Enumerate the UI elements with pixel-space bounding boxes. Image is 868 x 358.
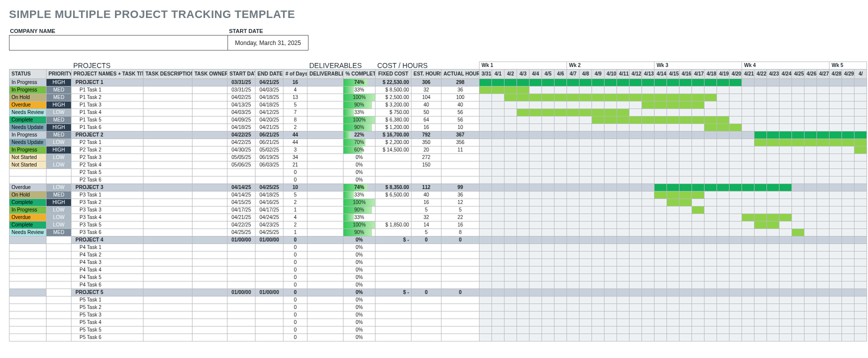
actual-hours-cell[interactable]: 0 <box>442 289 480 296</box>
priority-cell[interactable]: HIGH <box>46 102 72 109</box>
deliverable-cell[interactable] <box>308 154 344 162</box>
name-cell[interactable]: P5 Task 2 <box>72 304 144 312</box>
start-cell[interactable] <box>228 326 256 334</box>
deliverable-cell[interactable] <box>308 94 344 102</box>
task-row[interactable]: On HoldMEDP1 Task 204/02/2504/18/2513100… <box>10 94 867 102</box>
desc-cell[interactable] <box>144 192 192 199</box>
priority-cell[interactable]: LOW <box>46 214 72 222</box>
task-row[interactable]: CompleteHIGHP3 Task 204/15/2504/16/25210… <box>10 199 867 206</box>
start-cell[interactable] <box>228 266 256 274</box>
owner-cell[interactable] <box>192 199 228 206</box>
owner-cell[interactable] <box>192 146 228 154</box>
status-cell[interactable] <box>10 282 46 289</box>
end-cell[interactable] <box>256 319 284 326</box>
deliverable-cell[interactable] <box>308 289 344 296</box>
est-hours-cell[interactable] <box>412 169 442 176</box>
start-cell[interactable] <box>228 252 256 259</box>
actual-hours-cell[interactable]: 367 <box>442 132 480 139</box>
end-cell[interactable]: 04/12/25 <box>256 109 284 116</box>
actual-hours-cell[interactable]: 56 <box>442 109 480 116</box>
est-hours-cell[interactable] <box>412 296 442 304</box>
desc-cell[interactable] <box>144 139 192 146</box>
status-cell[interactable]: Overdue <box>10 102 46 109</box>
desc-cell[interactable] <box>144 79 192 86</box>
owner-cell[interactable] <box>192 312 228 319</box>
status-cell[interactable]: Needs Review <box>10 229 46 236</box>
end-cell[interactable] <box>256 326 284 334</box>
task-row[interactable]: P2 Task 500% <box>10 169 867 176</box>
owner-cell[interactable] <box>192 319 228 326</box>
task-row[interactable]: In ProgressHIGHP2 Task 204/30/2505/02/25… <box>10 146 867 154</box>
start-cell[interactable] <box>228 319 256 326</box>
fixed-cost-cell[interactable] <box>376 304 412 312</box>
start-cell[interactable] <box>228 334 256 342</box>
task-row[interactable]: CompleteMEDP1 Task 504/09/2504/20/258100… <box>10 116 867 124</box>
name-cell[interactable]: PROJECT 5 <box>72 289 144 296</box>
fixed-cost-cell[interactable] <box>376 334 412 342</box>
end-cell[interactable] <box>256 252 284 259</box>
fixed-cost-cell[interactable]: $ 3,200.00 <box>376 102 412 109</box>
fixed-cost-cell[interactable]: $ 22,530.00 <box>376 79 412 86</box>
actual-hours-cell[interactable]: 40 <box>442 102 480 109</box>
start-cell[interactable]: 05/05/25 <box>228 154 256 162</box>
fixed-cost-cell[interactable] <box>376 266 412 274</box>
name-cell[interactable]: P5 Task 6 <box>72 334 144 342</box>
priority-cell[interactable] <box>46 326 72 334</box>
desc-cell[interactable] <box>144 259 192 266</box>
deliverable-cell[interactable] <box>308 184 344 192</box>
desc-cell[interactable] <box>144 266 192 274</box>
name-cell[interactable]: P2 Task 3 <box>72 154 144 162</box>
name-cell[interactable]: P2 Task 6 <box>72 176 144 184</box>
deliverable-cell[interactable] <box>308 146 344 154</box>
owner-cell[interactable] <box>192 326 228 334</box>
actual-hours-cell[interactable] <box>442 259 480 266</box>
end-cell[interactable] <box>256 259 284 266</box>
fixed-cost-cell[interactable]: $ 16,700.00 <box>376 132 412 139</box>
task-row[interactable]: P4 Task 600% <box>10 282 867 289</box>
desc-cell[interactable] <box>144 132 192 139</box>
status-cell[interactable] <box>10 304 46 312</box>
owner-cell[interactable] <box>192 109 228 116</box>
status-cell[interactable]: In Progress <box>10 146 46 154</box>
end-cell[interactable]: 04/25/25 <box>256 229 284 236</box>
status-cell[interactable] <box>10 169 46 176</box>
end-cell[interactable] <box>256 176 284 184</box>
priority-cell[interactable]: MED <box>46 94 72 102</box>
status-cell[interactable] <box>10 312 46 319</box>
end-cell[interactable]: 04/23/25 <box>256 222 284 229</box>
task-row[interactable]: In ProgressLOWP3 Task 304/17/2504/17/251… <box>10 206 867 214</box>
status-cell[interactable]: Not Started <box>10 154 46 162</box>
priority-cell[interactable] <box>46 274 72 282</box>
actual-hours-cell[interactable] <box>442 244 480 252</box>
owner-cell[interactable] <box>192 139 228 146</box>
desc-cell[interactable] <box>144 176 192 184</box>
priority-cell[interactable]: HIGH <box>46 199 72 206</box>
deliverable-cell[interactable] <box>308 334 344 342</box>
deliverable-cell[interactable] <box>308 252 344 259</box>
start-cell[interactable]: 04/14/25 <box>228 192 256 199</box>
actual-hours-cell[interactable] <box>442 176 480 184</box>
priority-cell[interactable] <box>46 282 72 289</box>
start-cell[interactable]: 04/17/25 <box>228 206 256 214</box>
deliverable-cell[interactable] <box>308 266 344 274</box>
name-cell[interactable]: PROJECT 2 <box>72 132 144 139</box>
est-hours-cell[interactable] <box>412 304 442 312</box>
project-row[interactable]: PROJECT 501/00/0001/00/0000%$ -00 <box>10 289 867 296</box>
desc-cell[interactable] <box>144 274 192 282</box>
actual-hours-cell[interactable] <box>442 266 480 274</box>
owner-cell[interactable] <box>192 206 228 214</box>
project-row[interactable]: PROJECT 401/00/0001/00/0000%$ -00 <box>10 236 867 244</box>
owner-cell[interactable] <box>192 334 228 342</box>
task-row[interactable]: P2 Task 600% <box>10 176 867 184</box>
status-cell[interactable]: Not Started <box>10 162 46 169</box>
task-row[interactable]: P5 Task 200% <box>10 304 867 312</box>
end-cell[interactable]: 04/20/25 <box>256 116 284 124</box>
deliverable-cell[interactable] <box>308 214 344 222</box>
task-row[interactable]: P4 Task 200% <box>10 252 867 259</box>
est-hours-cell[interactable] <box>412 282 442 289</box>
priority-cell[interactable] <box>46 266 72 274</box>
end-cell[interactable] <box>256 266 284 274</box>
priority-cell[interactable] <box>46 334 72 342</box>
priority-cell[interactable] <box>46 304 72 312</box>
status-cell[interactable]: Needs Review <box>10 109 46 116</box>
